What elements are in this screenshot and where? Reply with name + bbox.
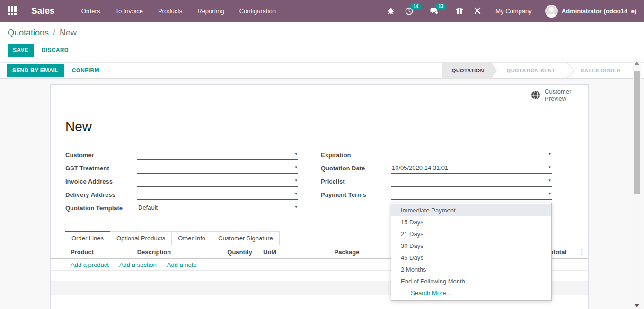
company-switcher[interactable]: My Company: [495, 8, 532, 15]
invoice-address-label: Invoice Address: [65, 178, 137, 185]
vertical-scrollbar[interactable]: [633, 59, 641, 309]
step-separator: [565, 63, 571, 79]
user-menu[interactable]: Administrator (odoo14_e): [545, 5, 636, 18]
add-a-note-link[interactable]: Add a note: [167, 261, 197, 268]
nav-item-reporting[interactable]: Reporting: [192, 5, 229, 18]
save-button[interactable]: SAVE: [8, 44, 34, 57]
form-statusbar: SEND BY EMAIL CONFIRM QUOTATION QUOTATIO…: [0, 63, 644, 79]
control-panel: Quotations / New SAVE DISCARD: [0, 22, 644, 63]
breadcrumb-current: New: [60, 28, 77, 37]
send-by-email-button[interactable]: SEND BY EMAIL: [7, 64, 64, 77]
pricelist-input[interactable]: ▾: [391, 176, 552, 187]
field-row-invoice-address: Invoice Address ▾: [65, 175, 298, 188]
field-column-left: Customer ▾ GST Treatment ▾: [65, 148, 298, 214]
dropdown-item-45-days[interactable]: 45 Days: [391, 252, 551, 264]
dropdown-item-immediate-payment[interactable]: Immediate Payment: [391, 204, 551, 216]
quotation-template-input[interactable]: Default ▾: [137, 203, 298, 213]
text-cursor: [392, 190, 392, 197]
kebab-menu-icon[interactable]: ⋮: [576, 248, 588, 256]
scrollbar-thumb[interactable]: [634, 71, 640, 194]
apps-menu-icon[interactable]: [8, 6, 17, 16]
nav-item-to-invoice[interactable]: To Invoice: [109, 5, 149, 18]
field-row-quotation-date: Quotation Date 10/05/2020 14:31:01 ▾: [321, 161, 552, 175]
navbar-systray: 14 13 My Company Administrator (odoo14_e…: [377, 5, 636, 18]
field-row-delivery-address: Delivery Address ▾: [65, 188, 298, 201]
quotation-date-input[interactable]: 10/05/2020 14:31:01 ▾: [391, 163, 552, 174]
breadcrumb-separator: /: [53, 28, 55, 37]
payment-terms-label: Payment Terms: [321, 191, 391, 198]
bug-icon[interactable]: [387, 7, 395, 15]
customer-input[interactable]: ▾: [137, 150, 298, 160]
delivery-address-label: Delivery Address: [65, 191, 137, 198]
main-menu: Orders To Invoice Products Reporting Con…: [76, 5, 282, 18]
quotation-date-label: Quotation Date: [321, 165, 391, 172]
chevron-down-icon: ▾: [548, 191, 551, 196]
dropdown-item-21-days[interactable]: 21 Days: [391, 228, 551, 240]
chevron-down-icon: ▾: [548, 178, 551, 183]
quotation-template-label: Quotation Template: [65, 204, 137, 212]
scrollbar-down-arrow[interactable]: [635, 304, 639, 307]
control-panel-buttons: SAVE DISCARD: [8, 44, 644, 57]
messages-icon[interactable]: 13: [430, 7, 439, 15]
field-row-customer: Customer ▾: [65, 148, 298, 161]
customer-preview-button[interactable]: Customer Preview: [525, 85, 588, 105]
activities-badge: 14: [410, 3, 421, 10]
field-row-pricelist: Pricelist ▾: [321, 175, 552, 188]
scrollbar-up-arrow[interactable]: [635, 62, 639, 65]
field-row-quotation-template: Quotation Template Default ▾: [65, 201, 298, 214]
pricelist-label: Pricelist: [321, 178, 391, 185]
dropdown-item-end-of-following-month[interactable]: End of Following Month: [391, 275, 551, 287]
column-description: Description: [117, 248, 191, 256]
step-quotation-sent[interactable]: QUOTATION SENT: [497, 63, 565, 79]
app-title[interactable]: Sales: [31, 6, 55, 16]
messages-badge: 13: [435, 3, 446, 10]
dropdown-item-15-days[interactable]: 15 Days: [391, 216, 551, 228]
activities-clock-icon[interactable]: 14: [405, 7, 413, 15]
form-button-box: Customer Preview: [51, 85, 588, 105]
column-package: Package: [307, 248, 387, 256]
globe-icon: [531, 90, 540, 100]
delivery-address-input[interactable]: ▾: [137, 189, 298, 200]
field-row-expiration: Expiration ▾: [321, 148, 552, 161]
tools-icon[interactable]: [474, 7, 481, 15]
dropdown-item-2-months[interactable]: 2 Months: [391, 264, 551, 275]
breadcrumb-quotations[interactable]: Quotations: [8, 28, 49, 37]
expiration-input[interactable]: ▾: [391, 150, 552, 160]
field-row-payment-terms: Payment Terms ▾: [321, 188, 552, 201]
record-title: New: [65, 117, 588, 136]
gift-icon[interactable]: [456, 7, 463, 15]
status-stepper: QUOTATION QUOTATION SENT SALES ORDER: [442, 63, 630, 79]
chevron-down-icon: ▾: [295, 191, 297, 196]
breadcrumb: Quotations / New: [8, 26, 644, 39]
nav-item-orders[interactable]: Orders: [76, 5, 106, 18]
invoice-address-input[interactable]: ▾: [137, 176, 298, 187]
tab-order-lines[interactable]: Order Lines: [65, 231, 110, 245]
search-more-link[interactable]: Search More...: [391, 287, 551, 299]
nav-item-products[interactable]: Products: [152, 5, 188, 18]
confirm-button[interactable]: CONFIRM: [72, 67, 99, 74]
chevron-down-icon: ▾: [295, 204, 297, 209]
tab-other-info[interactable]: Other Info: [171, 231, 212, 245]
discard-button[interactable]: DISCARD: [42, 47, 69, 53]
tab-optional-products[interactable]: Optional Products: [110, 231, 172, 245]
step-sales-order[interactable]: SALES ORDER: [571, 63, 630, 79]
field-row-gst-treatment: GST Treatment ▾: [65, 161, 298, 175]
gst-treatment-label: GST Treatment: [65, 165, 137, 172]
user-name: Administrator (odoo14_e): [562, 8, 636, 15]
nav-item-configuration[interactable]: Configuration: [234, 5, 282, 18]
customer-preview-label: Customer Preview: [545, 88, 578, 102]
customer-label: Customer: [65, 151, 137, 159]
column-product: Product: [51, 248, 117, 256]
add-a-product-link[interactable]: Add a product: [71, 261, 109, 268]
expiration-label: Expiration: [321, 151, 391, 159]
chevron-down-icon: ▾: [295, 178, 297, 183]
payment-terms-input[interactable]: ▾: [391, 189, 552, 200]
add-a-section-link[interactable]: Add a section: [119, 261, 157, 268]
dropdown-item-30-days[interactable]: 30 Days: [391, 240, 551, 252]
column-uom: UoM: [252, 248, 307, 256]
tab-customer-signature[interactable]: Customer Signature: [212, 231, 280, 245]
top-navbar: Sales Orders To Invoice Products Reporti…: [0, 0, 644, 22]
gst-treatment-input[interactable]: ▾: [137, 163, 298, 174]
step-quotation[interactable]: QUOTATION: [442, 63, 497, 79]
column-quantity: Quantity: [191, 248, 252, 256]
